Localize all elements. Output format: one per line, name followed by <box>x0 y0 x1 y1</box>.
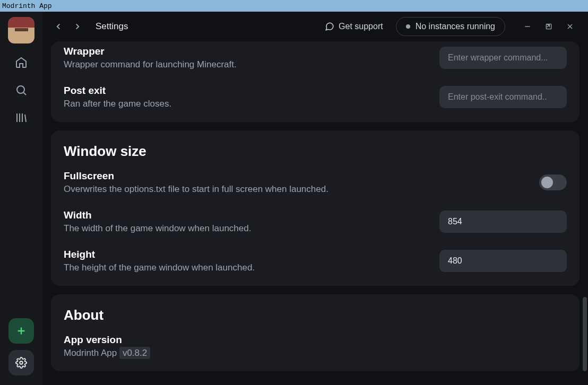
scrollbar[interactable] <box>583 297 587 371</box>
appversion-badge: v0.8.2 <box>119 347 150 359</box>
add-button[interactable] <box>8 318 34 344</box>
toggle-knob <box>541 177 553 188</box>
search-icon[interactable] <box>15 84 28 97</box>
postexit-row: Post exit Ran after the game closes. <box>64 85 567 109</box>
wrapper-name: Wrapper <box>64 46 427 57</box>
forward-button[interactable] <box>70 19 85 34</box>
fullscreen-row: Fullscreen Overwrites the options.txt fi… <box>64 170 567 195</box>
appversion-row: App version Modrinth App v0.8.2 <box>64 334 567 358</box>
support-link[interactable]: Get support <box>325 22 383 31</box>
wrapper-input[interactable] <box>439 47 567 69</box>
content-area: Wrapper Wrapper command for launching Mi… <box>42 41 588 385</box>
postexit-input[interactable] <box>439 86 567 108</box>
width-desc: The width of the game window when launch… <box>64 223 427 234</box>
avatar[interactable] <box>8 17 34 43</box>
height-row: Height The height of the game window whe… <box>64 249 567 273</box>
about-card: About App version Modrinth App v0.8.2 <box>51 294 580 371</box>
windowsize-title: Window size <box>64 143 567 160</box>
appversion-prefix: Modrinth App <box>64 348 119 358</box>
support-label: Get support <box>339 22 383 31</box>
height-input[interactable] <box>439 250 567 272</box>
width-row: Width The width of the game window when … <box>64 209 567 234</box>
window-size-card: Window size Fullscreen Overwrites the op… <box>51 130 580 286</box>
about-title: About <box>64 307 567 323</box>
width-name: Width <box>64 209 427 221</box>
os-title: Modrinth App <box>2 2 52 10</box>
topbar: Settings Get support No instances runnin… <box>42 12 588 41</box>
wrapper-desc: Wrapper command for launching Minecraft. <box>64 59 427 70</box>
close-button[interactable] <box>560 17 580 36</box>
os-titlebar: Modrinth App <box>0 0 588 12</box>
status-label: No instances running <box>416 22 495 31</box>
fullscreen-toggle[interactable] <box>539 174 567 190</box>
svg-point-0 <box>17 86 24 93</box>
fullscreen-name: Fullscreen <box>64 170 526 182</box>
postexit-name: Post exit <box>64 85 427 97</box>
appversion-name: App version <box>64 334 567 346</box>
minimize-button[interactable] <box>518 17 537 36</box>
fullscreen-desc: Overwrites the options.txt file to start… <box>64 184 526 195</box>
width-input[interactable] <box>439 211 567 233</box>
height-name: Height <box>64 249 427 260</box>
sidebar <box>0 12 42 385</box>
home-icon[interactable] <box>15 56 28 69</box>
library-icon[interactable] <box>15 111 28 124</box>
launch-commands-card: Wrapper Wrapper command for launching Mi… <box>51 41 580 122</box>
back-button[interactable] <box>51 19 66 34</box>
svg-point-1 <box>20 361 23 364</box>
status-pill[interactable]: No instances running <box>396 17 505 36</box>
settings-button[interactable] <box>8 350 34 375</box>
postexit-desc: Ran after the game closes. <box>64 99 427 109</box>
status-dot-icon <box>406 24 410 29</box>
appversion-line: Modrinth App v0.8.2 <box>64 348 567 358</box>
page-title: Settings <box>96 21 128 32</box>
maximize-button[interactable] <box>539 17 558 36</box>
height-desc: The height of the game window when launc… <box>64 262 427 273</box>
wrapper-row: Wrapper Wrapper command for launching Mi… <box>64 46 567 70</box>
